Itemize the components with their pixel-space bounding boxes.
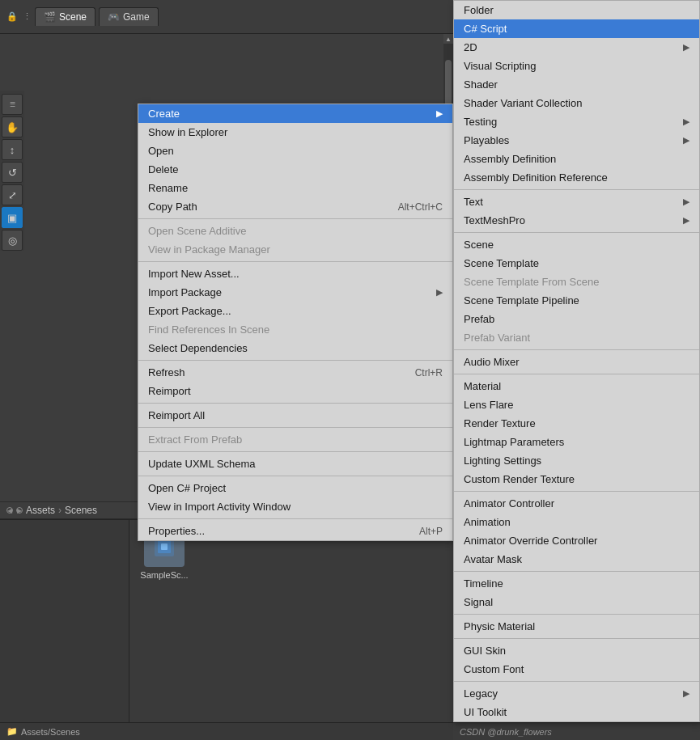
create-physic-material[interactable]: Physic Material <box>454 617 699 636</box>
menu-item-delete-label: Delete <box>148 163 179 175</box>
create-scene-template-pipeline-label: Scene Template Pipeline <box>464 294 579 307</box>
menu-item-show-explorer[interactable]: Show in Explorer <box>138 123 452 142</box>
create-render-texture[interactable]: Render Texture <box>454 414 699 433</box>
menu-item-delete[interactable]: Delete <box>138 160 452 179</box>
create-textmeshpro[interactable]: TextMeshPro ▶ <box>454 211 699 230</box>
create-playables-label: Playables <box>464 134 509 146</box>
create-animator-override[interactable]: Animator Override Controller <box>454 531 699 550</box>
create-physic-material-label: Physic Material <box>464 620 535 632</box>
menu-item-view-import-activity[interactable]: View in Import Activity Window <box>138 497 452 516</box>
menu-item-copy-path-shortcut: Alt+Ctrl+C <box>398 201 443 213</box>
create-csharp-script[interactable]: C# Script <box>454 19 699 38</box>
menu-item-import-package[interactable]: Import Package ▶ <box>138 283 452 302</box>
menu-item-properties-label: Properties... <box>148 525 205 537</box>
create-avatar-mask[interactable]: Avatar Mask <box>454 550 699 569</box>
menu-item-select-dependencies-label: Select Dependencies <box>148 342 248 354</box>
menu-item-extract-prefab: Extract From Prefab <box>138 430 452 449</box>
menu-item-show-explorer-label: Show in Explorer <box>148 126 227 138</box>
create-folder[interactable]: Folder <box>454 1 699 19</box>
breadcrumb-scenes[interactable]: Scenes <box>65 505 97 516</box>
create-animator-controller[interactable]: Animator Controller <box>454 494 699 513</box>
create-scene-template[interactable]: Scene Template <box>454 254 699 273</box>
create-signal[interactable]: Signal <box>454 593 699 611</box>
game-tab[interactable]: 🎮 Game <box>99 7 159 26</box>
create-testing[interactable]: Testing ▶ <box>454 112 699 131</box>
create-scene-template-pipeline[interactable]: Scene Template Pipeline <box>454 291 699 310</box>
tool-move[interactable]: ↕ <box>2 139 23 160</box>
right-separator-2 <box>454 232 699 233</box>
tool-hamburger[interactable]: ☰ <box>2 94 23 115</box>
create-lightmap-params[interactable]: Lightmap Parameters <box>454 433 699 451</box>
scene-tab[interactable]: 🎬 Scene <box>35 7 95 26</box>
create-shader-variant[interactable]: Shader Variant Collection <box>454 94 699 112</box>
tool-hand[interactable]: ✋ <box>2 116 23 137</box>
create-assembly-def-ref[interactable]: Assembly Definition Reference <box>454 168 699 187</box>
create-prefab-label: Prefab <box>464 313 494 325</box>
separator-7 <box>138 476 452 476</box>
project-main: SampleSc... <box>129 520 453 740</box>
menu-dots-icon[interactable]: ⋮ <box>23 11 32 22</box>
breadcrumb-forward-icon[interactable]: ▶ <box>16 507 23 514</box>
menu-item-reimport-all[interactable]: Reimport All <box>138 406 452 425</box>
scroll-up-arrow[interactable]: ▲ <box>443 34 453 44</box>
menu-item-open-csharp[interactable]: Open C# Project <box>138 479 452 497</box>
scroll-thumb[interactable] <box>445 60 452 108</box>
create-playables-arrow: ▶ <box>683 135 689 146</box>
menu-item-select-dependencies[interactable]: Select Dependencies <box>138 339 452 357</box>
menu-item-find-references: Find References In Scene <box>138 320 452 339</box>
create-audio-mixer[interactable]: Audio Mixer <box>454 353 699 371</box>
scene-asset-label: SampleSc... <box>140 570 188 580</box>
menu-item-rename[interactable]: Rename <box>138 179 452 197</box>
create-text[interactable]: Text ▶ <box>454 192 699 211</box>
breadcrumb-assets[interactable]: Assets <box>26 505 55 516</box>
menu-item-properties[interactable]: Properties... Alt+P <box>138 522 452 540</box>
menu-item-find-references-label: Find References In Scene <box>148 323 269 336</box>
tool-rotate[interactable]: ↺ <box>2 162 23 183</box>
create-assembly-def[interactable]: Assembly Definition <box>454 150 699 168</box>
create-custom-font[interactable]: Custom Font <box>454 660 699 679</box>
create-2d[interactable]: 2D ▶ <box>454 38 699 57</box>
right-separator-7 <box>454 614 699 615</box>
menu-item-update-uxml[interactable]: Update UXML Schema <box>138 455 452 473</box>
tool-transform[interactable]: ◎ <box>2 230 23 251</box>
menu-item-open[interactable]: Open <box>138 142 452 160</box>
menu-item-view-package: View in Package Manager <box>138 240 452 259</box>
create-shader-variant-label: Shader Variant Collection <box>464 97 582 109</box>
menu-item-refresh[interactable]: Refresh Ctrl+R <box>138 363 452 382</box>
create-timeline[interactable]: Timeline <box>454 574 699 593</box>
create-2d-arrow: ▶ <box>683 42 689 53</box>
create-shader[interactable]: Shader <box>454 75 699 94</box>
create-lens-flare[interactable]: Lens Flare <box>454 395 699 414</box>
create-playables[interactable]: Playables ▶ <box>454 131 699 150</box>
create-folder-label: Folder <box>464 4 494 16</box>
separator-2 <box>138 261 452 262</box>
tool-rect[interactable]: ▣ <box>2 207 23 228</box>
menu-item-create[interactable]: Create ▶ <box>138 104 452 123</box>
breadcrumb-back-icon[interactable]: ◀ <box>6 507 13 514</box>
menu-item-export-package[interactable]: Export Package... <box>138 302 452 320</box>
menu-item-import-asset[interactable]: Import New Asset... <box>138 264 452 283</box>
menu-item-copy-path[interactable]: Copy Path Alt+Ctrl+C <box>138 197 452 216</box>
create-material[interactable]: Material <box>454 377 699 395</box>
create-visual-scripting[interactable]: Visual Scripting <box>454 57 699 75</box>
menu-item-extract-prefab-label: Extract From Prefab <box>148 433 242 446</box>
create-ui-toolkit[interactable]: UI Toolkit <box>454 703 699 721</box>
create-ui-toolkit-label: UI Toolkit <box>464 706 507 718</box>
create-animation[interactable]: Animation <box>454 513 699 531</box>
create-custom-render-texture[interactable]: Custom Render Texture <box>454 470 699 488</box>
menu-item-import-package-arrow: ▶ <box>436 287 443 298</box>
create-csharp-label: C# Script <box>464 23 507 35</box>
create-legacy[interactable]: Legacy ▶ <box>454 684 699 703</box>
create-prefab[interactable]: Prefab <box>454 310 699 328</box>
create-legacy-label: Legacy <box>464 687 498 700</box>
create-legacy-arrow: ▶ <box>683 688 689 699</box>
lock-icon[interactable]: 🔒 <box>6 11 18 22</box>
create-scene[interactable]: Scene <box>454 235 699 254</box>
tool-scale[interactable]: ⤢ <box>2 184 23 205</box>
menu-item-view-import-activity-label: View in Import Activity Window <box>148 501 291 513</box>
menu-item-reimport[interactable]: Reimport <box>138 382 452 400</box>
create-lightmap-params-label: Lightmap Parameters <box>464 436 564 448</box>
create-custom-font-label: Custom Font <box>464 663 524 675</box>
create-lighting-settings[interactable]: Lighting Settings <box>454 451 699 470</box>
create-gui-skin[interactable]: GUI Skin <box>454 641 699 660</box>
